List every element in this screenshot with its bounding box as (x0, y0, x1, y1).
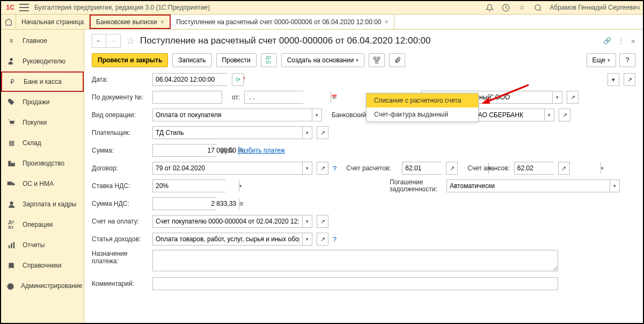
close-icon[interactable]: × (160, 18, 165, 26)
sidebar-item-bank-cash[interactable]: ₽Банк и касса (1, 71, 84, 92)
nav-forward-icon[interactable]: → (106, 34, 120, 47)
svg-rect-3 (8, 182, 12, 185)
sidebar-item-main[interactable]: ≡Главное (1, 31, 84, 51)
label-income: Статья доходов: (92, 235, 148, 243)
create-based-button[interactable]: Создать на основании (281, 53, 365, 67)
chevron-down-icon[interactable]: ▾ (302, 127, 312, 139)
chevron-down-icon[interactable]: ▾ (302, 233, 312, 245)
kebab-icon[interactable]: ⋮ (618, 37, 624, 45)
dtkt-icon: ДтКт (6, 220, 16, 229)
post-button[interactable]: Провести (216, 53, 257, 67)
sidebar-item-sales[interactable]: Продажи (1, 92, 84, 112)
post-close-button[interactable]: Провести и закрыть (92, 53, 168, 67)
hamburger-icon[interactable] (19, 4, 29, 11)
date-field[interactable]: 📅 (152, 73, 228, 86)
acc-settle-field[interactable]: ▾ (402, 162, 442, 175)
optype-field[interactable]: ▾ (152, 109, 322, 121)
open-ref-icon[interactable]: ↗ (558, 162, 570, 175)
tag-icon (6, 97, 16, 107)
menu-item-invoice-issued[interactable]: Счет-фактура выданный (367, 107, 478, 121)
open-ref-icon[interactable]: ↗ (446, 162, 458, 175)
acc-advance-field[interactable]: ▾ (514, 162, 554, 175)
sidebar-item-operations[interactable]: ДтКтОперации (1, 214, 84, 235)
label-from: от: (232, 93, 240, 101)
structure-icon[interactable] (369, 53, 385, 67)
open-ref-icon[interactable]: ↗ (317, 233, 328, 246)
sidebar-item-warehouse[interactable]: ▦Склад (1, 133, 84, 153)
history-icon[interactable] (501, 3, 510, 12)
label-docnum: По документу №: (92, 93, 148, 101)
ruble-icon: ₽ (8, 77, 17, 87)
nav-back-icon[interactable]: ← (92, 34, 106, 47)
income-field[interactable]: ▾ (152, 233, 312, 246)
open-ref-icon[interactable]: ↗ (624, 73, 635, 86)
star-icon[interactable]: ☆ (517, 3, 526, 12)
tab-bank-statements[interactable]: Банковские выписки× (90, 15, 171, 29)
bell-icon[interactable] (485, 3, 494, 12)
docdate-field[interactable]: 📅 (244, 91, 303, 104)
refresh-icon[interactable]: ⟳ (232, 73, 244, 86)
attach-icon[interactable] (389, 53, 405, 67)
dtkt-button[interactable]: ДтКт (261, 53, 277, 67)
tab-receipt-doc[interactable]: Поступление на расчетный счет 0000-00000… (171, 15, 394, 29)
purpose-field[interactable] (152, 250, 558, 271)
help-icon[interactable]: ? (333, 164, 336, 172)
chevron-down-icon[interactable]: ▾ (302, 162, 312, 174)
boxes-icon: ▦ (6, 138, 16, 148)
open-ref-icon[interactable]: ↗ (559, 109, 570, 121)
chevron-down-icon[interactable]: ▾ (302, 215, 312, 227)
sidebar-item-reports[interactable]: Отчеты (1, 235, 84, 255)
open-ref-icon[interactable]: ↗ (317, 215, 328, 228)
favorite-star-icon[interactable]: ☆ (125, 35, 136, 46)
chevron-down-icon[interactable]: ▾ (610, 180, 619, 192)
close-icon[interactable]: × (385, 18, 389, 26)
home-tab-icon[interactable] (1, 15, 16, 29)
app-title: Бухгалтерия предприятия, редакция 3.0 (1… (34, 4, 485, 11)
vatsum-field[interactable]: ⊞ (152, 197, 217, 210)
open-ref-icon[interactable]: ↗ (317, 162, 328, 175)
close-icon[interactable]: × (631, 37, 635, 46)
label-vatsum: Сумма НДС: (92, 200, 148, 207)
split-payment-link[interactable]: Разбить платеж (238, 147, 285, 154)
sidebar-item-assets[interactable]: ОС и НМА (1, 174, 84, 194)
vatrate-field[interactable]: ▾ (152, 179, 225, 192)
menu-item-writeoff[interactable]: Списание с расчетного счета (367, 93, 478, 107)
search-icon[interactable] (533, 3, 542, 12)
chevron-down-icon[interactable]: ▾ (312, 109, 321, 121)
label-date: Дата: (92, 76, 148, 83)
label-rub: руб. (221, 147, 233, 154)
debt-field[interactable]: ▾ (447, 179, 620, 192)
help-button[interactable]: ? (619, 53, 635, 67)
chevron-down-icon[interactable]: ▾ (544, 109, 554, 121)
tab-start-page[interactable]: Начальная страница (16, 15, 90, 29)
current-user[interactable]: Абрамов Геннадий Сергеевич (550, 4, 640, 11)
more-button[interactable]: Еще (587, 53, 616, 67)
sum-field[interactable]: ⊞ (152, 144, 217, 157)
calendar-icon[interactable]: 📅 (331, 91, 337, 103)
invoice-field[interactable]: ▾ (152, 215, 312, 228)
open-ref-icon[interactable]: ↗ (567, 91, 579, 104)
sidebar-item-purchases[interactable]: Покупки (1, 112, 84, 133)
contract-field[interactable]: ▾ (152, 162, 312, 175)
sidebar-item-hr[interactable]: Зарплата и кадры (1, 194, 84, 214)
link-icon[interactable]: 🔗 (603, 37, 611, 45)
sidebar-item-references[interactable]: Справочники (1, 255, 84, 276)
chevron-down-icon[interactable]: ▾ (239, 180, 242, 192)
comment-field[interactable] (152, 277, 558, 290)
help-icon[interactable]: ? (333, 235, 336, 243)
chevron-down-icon[interactable]: ▾ (552, 91, 562, 103)
svg-rect-8 (11, 243, 12, 248)
label-sum: Сумма: (92, 147, 148, 154)
open-ref-icon[interactable]: ↗ (317, 126, 328, 139)
sidebar-item-admin[interactable]: Администрирование (1, 276, 84, 296)
open-icon[interactable]: ▾ (608, 73, 619, 86)
sidebar-item-manager[interactable]: Руководителю (1, 51, 84, 71)
chevron-down-icon[interactable]: ▾ (601, 162, 604, 174)
svg-point-5 (13, 185, 14, 187)
calc-icon[interactable]: ⊞ (239, 198, 244, 210)
payer-field[interactable]: ▾ (152, 126, 312, 139)
write-button[interactable]: Записать (172, 53, 211, 67)
sidebar-item-production[interactable]: Производство (1, 153, 84, 174)
svg-point-1 (535, 4, 540, 10)
docnum-field[interactable] (152, 91, 222, 104)
